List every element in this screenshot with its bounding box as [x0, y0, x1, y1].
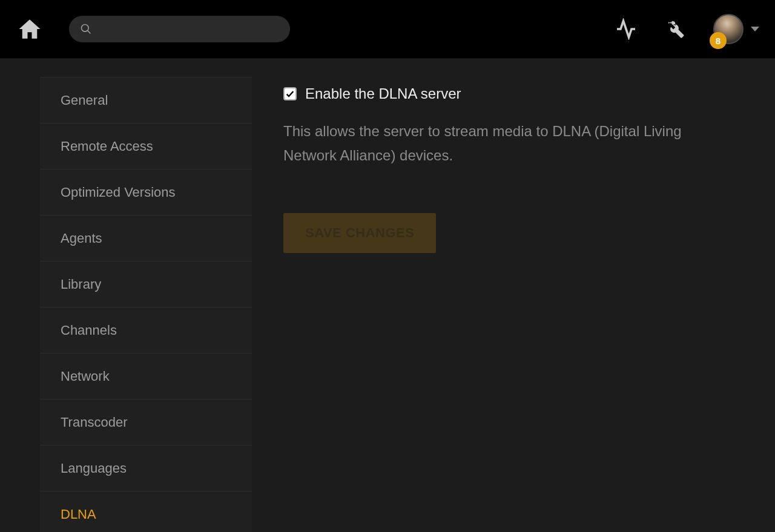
sidebar-item-library[interactable]: Library	[40, 261, 252, 307]
sidebar-item-label: Optimized Versions	[61, 185, 176, 200]
sidebar-item-label: Transcoder	[61, 415, 127, 430]
check-icon	[285, 89, 295, 99]
svg-point-0	[82, 25, 89, 32]
search-icon	[80, 23, 92, 35]
settings-sidebar: General Remote Access Optimized Versions…	[40, 77, 252, 532]
tools-button[interactable]	[664, 17, 688, 41]
activity-icon	[615, 18, 637, 40]
save-changes-button[interactable]: SAVE CHANGES	[283, 213, 436, 253]
sidebar-item-dlna[interactable]: DLNA	[40, 491, 252, 532]
sidebar-item-label: Languages	[61, 461, 127, 476]
sidebar-item-optimized-versions[interactable]: Optimized Versions	[40, 169, 252, 215]
search-input-wrap[interactable]	[69, 16, 290, 42]
chevron-down-icon	[751, 27, 759, 31]
sidebar-item-general[interactable]: General	[40, 77, 252, 123]
sidebar-item-label: Remote Access	[61, 139, 153, 154]
sidebar-item-label: Channels	[61, 323, 117, 338]
sidebar-item-label: Library	[61, 277, 101, 292]
top-bar: 8	[0, 0, 775, 59]
sidebar-item-label: DLNA	[61, 507, 96, 522]
tools-icon	[665, 18, 687, 40]
topbar-right: 8	[614, 14, 759, 44]
svg-line-1	[88, 31, 91, 34]
user-menu[interactable]: 8	[713, 14, 759, 44]
enable-dlna-checkbox[interactable]	[283, 87, 297, 100]
sidebar-item-channels[interactable]: Channels	[40, 307, 252, 353]
enable-dlna-description: This allows the server to stream media t…	[283, 119, 707, 167]
sidebar-item-label: Network	[61, 369, 110, 384]
sidebar-item-transcoder[interactable]: Transcoder	[40, 399, 252, 445]
sidebar-item-label: General	[61, 93, 108, 108]
home-button[interactable]	[16, 15, 44, 43]
content-area: General Remote Access Optimized Versions…	[0, 59, 775, 532]
sidebar-item-label: Agents	[61, 231, 102, 246]
sidebar-item-agents[interactable]: Agents	[40, 215, 252, 261]
sidebar-item-languages[interactable]: Languages	[40, 445, 252, 491]
enable-dlna-row: Enable the DLNA server	[283, 85, 744, 102]
activity-button[interactable]	[614, 17, 638, 41]
sidebar-item-remote-access[interactable]: Remote Access	[40, 123, 252, 169]
settings-panel: Enable the DLNA server This allows the s…	[252, 77, 775, 532]
enable-dlna-label: Enable the DLNA server	[305, 85, 461, 102]
sidebar-item-network[interactable]: Network	[40, 353, 252, 399]
search-input[interactable]	[99, 22, 279, 36]
notification-badge: 8	[710, 32, 727, 49]
home-icon	[17, 16, 42, 42]
